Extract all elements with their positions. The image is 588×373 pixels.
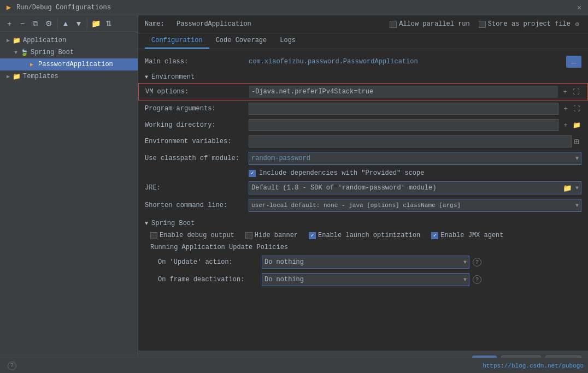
vm-options-value-area: + ⛶ <box>249 86 581 98</box>
tree-item-templates[interactable]: ▶ 📁 Templates <box>0 70 138 82</box>
vm-options-label: VM options: <box>145 88 249 96</box>
update-policies-label: Running Application Update Policies <box>150 244 288 251</box>
on-frame-value: Do nothing <box>264 276 304 283</box>
main-class-text: com.xiaofeizhu.password.PasswordApplicat… <box>249 58 564 66</box>
vm-options-input[interactable] <box>249 86 558 98</box>
settings-button[interactable]: ⚙ <box>43 17 55 29</box>
program-args-add-button[interactable]: + <box>561 104 571 114</box>
environment-section-header[interactable]: ▼ Environment <box>138 70 588 83</box>
tree-arrow-application: ▶ <box>4 37 12 44</box>
on-frame-arrow: ▼ <box>463 277 467 283</box>
spring-boot-section-header[interactable]: ▼ Spring Boot <box>138 216 588 229</box>
title-bar-icon: ▶ <box>4 3 13 12</box>
program-args-actions: + ⛶ <box>561 104 581 114</box>
add-button[interactable]: + <box>3 17 15 29</box>
main-class-row: Main class: com.xiaofeizhu.password.Pass… <box>138 54 588 70</box>
program-args-value-area: + ⛶ <box>249 103 581 115</box>
left-panel: + − ⧉ ⚙ ▲ ▼ 📁 ⇅ ▶ 📁 Application ▼ <box>0 15 138 373</box>
store-project-checkbox[interactable] <box>479 21 486 28</box>
parallel-run-area: Allow parallel run Store as project file… <box>390 20 581 28</box>
env-vars-browse-button[interactable]: ⊞ <box>572 137 581 146</box>
close-button[interactable]: ✕ <box>575 3 584 12</box>
classpath-dropdown-arrow: ▼ <box>575 156 579 162</box>
move-up-button[interactable]: ▲ <box>60 17 72 29</box>
on-update-row: On 'Update' action: Do nothing ▼ ? <box>138 253 588 271</box>
tree-arrow-templates: ▶ <box>4 73 12 80</box>
copy-button[interactable]: ⧉ <box>30 17 42 29</box>
tree-item-springboot[interactable]: ▼ 🍃 Spring Boot <box>0 46 138 58</box>
working-dir-input[interactable] <box>249 119 558 131</box>
classpath-row: Use classpath of module: random-password… <box>138 150 588 167</box>
on-frame-dropdown[interactable]: Do nothing ▼ <box>262 273 469 286</box>
remove-button[interactable]: − <box>16 17 28 29</box>
on-update-value: Do nothing <box>264 258 304 266</box>
program-args-input[interactable] <box>249 103 558 115</box>
jre-value-area: Default (1.8 - SDK of 'random-password' … <box>249 181 581 194</box>
on-update-arrow: ▼ <box>463 259 467 265</box>
parallel-run-checkbox[interactable] <box>390 21 397 28</box>
tree-item-passwordapp[interactable]: ▶ PasswordApplication <box>0 58 138 70</box>
vm-options-add-button[interactable]: + <box>560 87 570 97</box>
hide-banner-label: Hide banner <box>255 232 298 239</box>
tree-label-application: Application <box>23 37 66 44</box>
working-dir-add-button[interactable]: + <box>561 120 571 130</box>
tab-code-coverage[interactable]: Code Coverage <box>209 33 274 49</box>
working-dir-folder-button[interactable]: 📁 <box>572 120 581 130</box>
name-value: PasswordApplication <box>177 20 385 28</box>
include-deps-label: Include dependencies with "Provided" sco… <box>259 169 424 177</box>
help-button[interactable]: ? <box>8 362 16 370</box>
env-vars-input[interactable] <box>249 135 572 147</box>
shorten-cmd-arrow: ▼ <box>575 203 579 209</box>
jre-row: JRE: Default (1.8 - SDK of 'random-passw… <box>138 179 588 197</box>
on-update-dropdown[interactable]: Do nothing ▼ <box>262 256 469 269</box>
tree-arrow-passwordapp <box>20 61 27 68</box>
program-args-expand-button[interactable]: ⛶ <box>572 104 581 114</box>
shorten-cmd-value-area: user-local default: none - java [options… <box>249 199 581 212</box>
sort-button[interactable]: ⇅ <box>103 17 115 29</box>
classpath-label: Use classpath of module: <box>145 155 249 162</box>
on-update-help-icon[interactable]: ? <box>473 258 481 267</box>
working-dir-actions: + 📁 <box>561 120 581 130</box>
update-policies-header: Running Application Update Policies <box>138 241 588 253</box>
shorten-cmd-row: Shorten command line: user-local default… <box>138 197 588 214</box>
on-update-label: On 'Update' action: <box>158 258 262 266</box>
tab-logs[interactable]: Logs <box>273 33 302 49</box>
toolbar-divider <box>57 19 57 28</box>
vm-options-expand-button[interactable]: ⛶ <box>571 87 581 97</box>
jre-dropdown[interactable]: Default (1.8 - SDK of 'random-password' … <box>249 181 581 194</box>
jre-dropdown-value: Default (1.8 - SDK of 'random-password' … <box>251 184 436 192</box>
bottom-help-bar: ? https://blog.csdn.net/pubogo <box>0 358 588 373</box>
tree-label-passwordapp: PasswordApplication <box>38 61 113 68</box>
parallel-run-checkbox-container[interactable]: Allow parallel run <box>390 20 470 28</box>
program-args-label: Program arguments: <box>145 105 249 113</box>
tab-configuration[interactable]: Configuration <box>145 33 209 49</box>
move-down-button[interactable]: ▼ <box>73 17 85 29</box>
vm-options-actions: + ⛶ <box>560 87 581 97</box>
classpath-dropdown[interactable]: random-password ▼ <box>249 152 581 165</box>
store-project-label: Store as project file <box>488 20 571 28</box>
tree: ▶ 📁 Application ▼ 🍃 Spring Boot ▶ Passwo… <box>0 32 138 373</box>
include-deps-check: ✓ <box>250 170 254 176</box>
jre-dropdown-arrow: ▼ <box>575 185 579 191</box>
env-vars-label: Environment variables: <box>145 138 249 145</box>
gear-icon[interactable]: ⚙ <box>573 20 581 28</box>
spring-boot-arrow: ▼ <box>145 221 148 227</box>
include-deps-checkbox[interactable]: ✓ <box>249 170 256 177</box>
folder-button[interactable]: 📁 <box>90 17 102 29</box>
browse-main-class-button[interactable]: ... <box>566 56 581 68</box>
launch-opt-checkbox[interactable]: ✓ <box>309 232 316 239</box>
config-content: Main class: com.xiaofeizhu.password.Pass… <box>138 49 588 351</box>
debug-output-checkbox[interactable] <box>150 232 157 239</box>
tree-item-application[interactable]: ▶ 📁 Application <box>0 34 138 46</box>
shorten-cmd-dropdown[interactable]: user-local default: none - java [options… <box>249 199 581 212</box>
working-dir-label: Working directory: <box>145 121 249 129</box>
hide-banner-checkbox[interactable] <box>245 232 252 239</box>
on-frame-help-icon[interactable]: ? <box>473 275 481 284</box>
jmx-agent-checkbox[interactable]: ✓ <box>431 232 438 239</box>
on-frame-row: On frame deactivation: Do nothing ▼ ? <box>138 271 588 288</box>
working-dir-row: Working directory: + 📁 <box>138 117 588 133</box>
env-section-arrow: ▼ <box>145 74 148 80</box>
jre-folder-button[interactable]: 📁 <box>561 182 574 194</box>
title-bar: ▶ Run/Debug Configurations ✕ <box>0 0 588 15</box>
shorten-cmd-label: Shorten command line: <box>145 202 249 209</box>
